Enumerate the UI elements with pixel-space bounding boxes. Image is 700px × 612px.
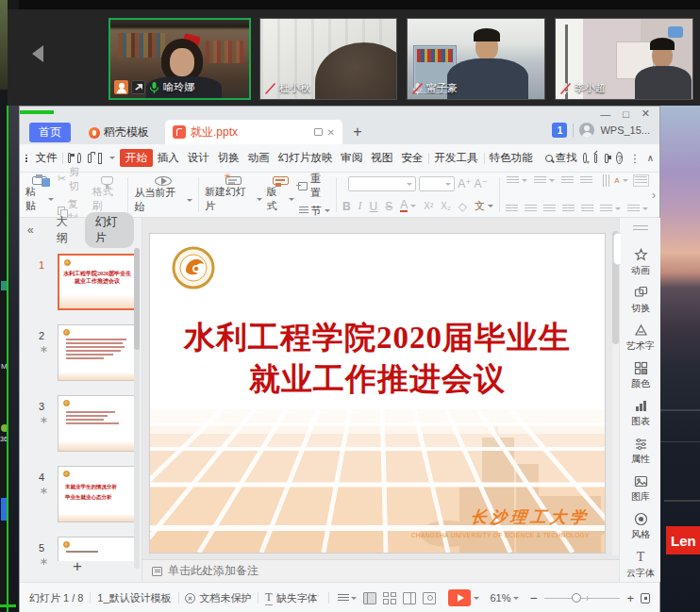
fit-slide-button[interactable] (641, 593, 650, 604)
notification-badge[interactable]: 1 (552, 123, 567, 138)
slide-thumbnail-4[interactable]: 未就业学生的情况分析 毕业生就业心态分析 (58, 466, 137, 522)
minimize-button[interactable]: — (600, 108, 610, 120)
screen-share-icon[interactable] (131, 80, 145, 94)
strikethrough-button[interactable]: S (385, 200, 392, 213)
print-icon[interactable] (88, 154, 92, 163)
outline-tab[interactable]: 大纲 (57, 214, 75, 246)
phonetic-guide-button[interactable]: 文 (475, 199, 493, 213)
sidebar-item-gallery[interactable]: 图库 (620, 474, 661, 504)
text-direction-button[interactable]: A (599, 176, 627, 185)
zoom-level[interactable]: 61% (490, 592, 519, 604)
file-menu[interactable]: 文件 (31, 149, 60, 167)
bullet-list-button[interactable] (507, 176, 527, 185)
italic-button[interactable]: I (358, 199, 362, 213)
ribbon-expand-icon[interactable]: › (652, 189, 656, 202)
zoom-slider[interactable] (544, 598, 621, 599)
more-menu-icon[interactable]: ⋮ (629, 152, 641, 165)
sidebar-drag-handle[interactable] (633, 225, 648, 230)
sidebar-item-colors[interactable]: 颜色 (620, 361, 661, 390)
video-tile-participant-4[interactable]: 李小超 (555, 18, 693, 100)
panel-scrollbar-thumb[interactable] (134, 248, 140, 350)
menu-tab-devtools[interactable]: 开发工具 (431, 149, 482, 167)
missing-fonts[interactable]: T 缺失字体 (265, 590, 317, 605)
sidebar-item-animation[interactable]: 动画 (620, 248, 661, 277)
increase-indent-button[interactable] (580, 176, 592, 185)
font-color-button[interactable]: A (400, 200, 416, 212)
line-spacing-button[interactable] (600, 205, 621, 213)
export-icon[interactable] (77, 153, 81, 163)
slides-tab[interactable]: 幻灯片 (85, 212, 134, 248)
section-button[interactable]: 节 (299, 204, 330, 218)
sidebar-item-transition[interactable]: 切换 (620, 286, 661, 315)
help-icon[interactable]: ? (616, 152, 623, 164)
align-right-button[interactable] (543, 205, 556, 213)
superscript-button[interactable]: X² (424, 201, 433, 211)
reset-button[interactable]: 重置 (298, 172, 330, 200)
home-tab[interactable]: 首页 (29, 123, 71, 142)
avatar[interactable] (579, 123, 594, 138)
save-icon[interactable] (68, 153, 72, 163)
pin-tab-icon[interactable] (314, 128, 323, 136)
paste-button[interactable]: 粘贴 (24, 175, 56, 214)
docer-templates-tab[interactable]: 稻壳模板 (76, 123, 161, 142)
grow-font-button[interactable]: A⁺ (458, 177, 471, 190)
menu-tab-security[interactable]: 安全 (397, 149, 426, 167)
notes-toggle[interactable] (338, 594, 357, 602)
reading-view-button[interactable] (403, 592, 416, 604)
format-painter-button[interactable]: 格式刷 (91, 175, 125, 214)
add-slide-button[interactable]: + (73, 557, 82, 576)
account-name[interactable]: WPS_15... (600, 124, 650, 136)
sidebar-item-wordart[interactable]: 艺术字 (620, 323, 661, 353)
panel-scrollbar[interactable] (134, 248, 140, 569)
sidebar-item-style[interactable]: 风格 (620, 512, 661, 541)
zoom-slider-knob[interactable] (572, 593, 581, 603)
video-tile-participant-3[interactable]: 甯子豪 (407, 18, 545, 100)
sidebar-item-properties[interactable]: 属性 (620, 437, 661, 466)
align-center-button[interactable] (525, 205, 537, 213)
slide-thumbnail-2[interactable] (58, 324, 137, 381)
slide-layout-button[interactable]: 版式 (264, 175, 296, 214)
normal-view-button[interactable] (363, 592, 376, 604)
mic-muted-icon[interactable] (264, 82, 276, 95)
share-icon[interactable] (594, 154, 598, 163)
menu-tab-home[interactable]: 开始 (120, 149, 153, 167)
notes-placeholder[interactable]: 单击此处添加备注 (168, 563, 258, 579)
notes-bar[interactable]: 单击此处添加备注 (142, 559, 619, 582)
menu-tab-slideshow[interactable]: 幻灯片放映 (275, 149, 337, 167)
slide-thumbnail-3[interactable] (58, 395, 137, 452)
mic-muted-icon[interactable] (411, 82, 424, 95)
qat-caret-icon[interactable] (109, 157, 115, 159)
menu-tab-features[interactable]: 特色功能 (486, 149, 537, 167)
numbered-list-button[interactable] (534, 176, 555, 185)
preview-icon[interactable] (98, 153, 102, 164)
play-slideshow-button[interactable] (448, 589, 479, 606)
slide-sorter-view-button[interactable] (383, 592, 396, 604)
distribute-button[interactable] (581, 205, 593, 213)
collapse-strip-arrow-icon[interactable] (32, 45, 43, 62)
font-family-combo[interactable] (348, 176, 416, 191)
sidebar-item-cloud-fonts[interactable]: T 云字体 (620, 550, 661, 580)
collapse-ribbon-icon[interactable]: ∧ (647, 153, 654, 163)
cloud-sync-icon[interactable] (583, 153, 587, 163)
maximize-button[interactable]: □ (623, 108, 629, 120)
document-protection[interactable]: 文档未保护 (185, 591, 251, 605)
video-tile-participant-2[interactable]: 杜小秋 (259, 18, 397, 100)
menu-tab-insert[interactable]: 插入 (154, 149, 183, 167)
slide-thumbnail-1[interactable]: 水利工程学院2020届毕业生 就业工作推进会议 (58, 254, 137, 310)
template-name[interactable]: 1_默认设计模板 (97, 591, 171, 605)
align-left-button[interactable] (506, 205, 518, 213)
shrink-font-button[interactable]: A⁻ (474, 177, 487, 190)
slide-canvas[interactable]: 水利工程学院2020届毕业生 就业工作推进会议 (149, 233, 606, 554)
cut-button[interactable]: ✂剪切 (58, 165, 89, 193)
close-tab-icon[interactable]: ✕ (327, 127, 335, 138)
collapse-panel-icon[interactable]: « (27, 223, 34, 237)
close-button[interactable]: ✕ (642, 108, 650, 120)
mic-muted-icon[interactable] (559, 82, 572, 95)
text-effect-button[interactable]: ◇ (458, 200, 467, 213)
new-tab-button[interactable]: + (348, 122, 367, 141)
justify-button[interactable] (562, 205, 575, 213)
document-tab[interactable]: 就业.pptx ✕ (165, 120, 342, 144)
sidebar-item-charts[interactable]: 图表 (620, 399, 661, 428)
subscript-button[interactable]: X₂ (441, 201, 451, 211)
slide-thumbnail-5[interactable] (58, 537, 137, 561)
